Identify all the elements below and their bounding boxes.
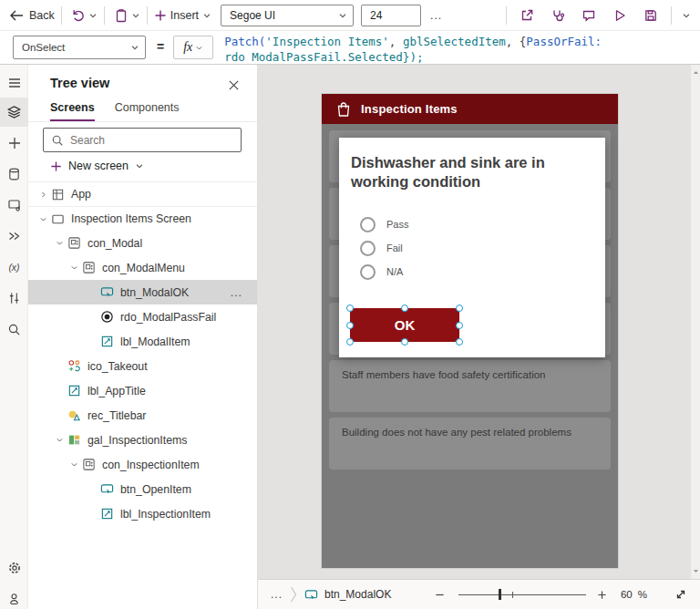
selection-handle[interactable]	[401, 338, 408, 346]
gallery-item[interactable]: Building does not have any pest related …	[329, 418, 611, 470]
comments-icon[interactable]	[579, 5, 599, 26]
tree-item-btn-modalok[interactable]: btn_ModalOK ...	[28, 280, 257, 304]
scroll-down-icon[interactable]	[693, 568, 699, 574]
back-button[interactable]: Back	[9, 9, 55, 22]
tree-item-lbl-modalitem[interactable]: lbl_ModalItem	[28, 329, 257, 354]
tree-item-con-modal[interactable]: con_Modal	[28, 231, 257, 255]
media-icon[interactable]	[0, 191, 28, 220]
radio-circle-icon[interactable]	[360, 264, 376, 280]
font-family-select[interactable]: Segoe UI	[221, 5, 354, 26]
selection-handle[interactable]	[456, 338, 463, 346]
font-size-input-box[interactable]	[361, 5, 421, 26]
tree-item-app[interactable]: App	[28, 181, 257, 206]
tree-item-gal-inspectionitems[interactable]: gal_InspectionItems	[28, 428, 257, 452]
virtual-agent-icon[interactable]	[0, 584, 28, 609]
selection-handle[interactable]	[346, 338, 354, 346]
selection-handle[interactable]	[346, 322, 354, 329]
tree-item-ico-takeout[interactable]: ico_Takeout	[28, 354, 257, 378]
share-icon[interactable]	[517, 5, 537, 26]
tab-components[interactable]: Components	[115, 101, 180, 121]
menu-icon[interactable]	[0, 68, 28, 98]
toolbar-overflow-button[interactable]: ...	[430, 9, 442, 22]
tab-screens[interactable]: Screens	[50, 101, 95, 121]
chevron-down-icon[interactable]	[52, 436, 67, 444]
app-preview-screen[interactable]: Inspection Items Dishwasher and sink are…	[322, 94, 618, 568]
property-chevron	[130, 43, 139, 52]
insert-rail-icon[interactable]	[0, 129, 28, 158]
undo-icon[interactable]	[68, 5, 88, 26]
zoom-out-button[interactable]	[435, 590, 448, 600]
radio-option-na[interactable]: N/A	[360, 263, 403, 281]
zoom-slider[interactable]	[458, 588, 586, 601]
tree-item-btn-openitem[interactable]: btn_OpenItem	[28, 477, 257, 501]
fx-dropdown[interactable]: fx	[173, 36, 213, 59]
radio-circle-icon[interactable]	[360, 241, 376, 256]
insert-menu-button[interactable]: Insert	[154, 9, 211, 22]
data-icon[interactable]	[0, 160, 28, 189]
selection-handle[interactable]	[346, 304, 354, 312]
canvas-scrollbar[interactable]	[690, 65, 700, 579]
selection-handle[interactable]	[401, 304, 408, 312]
selection-handle[interactable]	[456, 304, 463, 312]
settings-icon[interactable]	[0, 553, 28, 583]
zoom-in-button[interactable]	[597, 590, 610, 600]
tree-item-con-inspectionitem[interactable]: con_InspectionItem	[28, 452, 257, 477]
fullscreen-expand-icon[interactable]	[674, 588, 687, 601]
font-size-input[interactable]	[370, 9, 407, 22]
advanced-tools-icon[interactable]	[0, 284, 28, 313]
ok-button-selection[interactable]: OK	[350, 308, 459, 342]
new-screen-button[interactable]: New screen	[50, 160, 144, 172]
breadcrumb-overflow-button[interactable]: ...	[271, 588, 283, 601]
app-checker-icon[interactable]	[548, 5, 568, 26]
tree-item-more-button[interactable]: ...	[231, 286, 242, 299]
tree-view-title: Tree view	[50, 76, 109, 90]
chevron-down-icon[interactable]	[36, 215, 50, 223]
zoom-slider-notch	[512, 592, 514, 598]
radio-circle-icon[interactable]	[360, 217, 376, 232]
app-title-bar[interactable]: Inspection Items	[322, 94, 618, 124]
tree-search-box[interactable]	[43, 128, 242, 152]
modal-question-label: Dishwasher and sink are in working condi…	[351, 153, 593, 191]
tree-view-icon[interactable]	[0, 98, 28, 127]
paste-dropdown-chevron[interactable]	[131, 11, 140, 20]
formula-input[interactable]: Patch('Inspection Items', gblSelectedIte…	[224, 35, 700, 63]
tree-item-rec-titlebar[interactable]: rec_Titlebar	[28, 403, 257, 428]
chevron-down-icon[interactable]	[67, 460, 81, 469]
selection-handle[interactable]	[456, 322, 463, 329]
power-automate-icon[interactable]	[0, 222, 28, 251]
save-icon[interactable]	[641, 5, 661, 26]
radio-option-label: Fail	[386, 243, 403, 253]
status-bar: ... btn_ModalOK 60 %	[258, 579, 700, 609]
chevron-down-icon[interactable]	[52, 239, 67, 247]
fx-chevron	[195, 44, 203, 52]
search-rail-icon[interactable]	[0, 315, 28, 344]
tree-item-con-modalmenu[interactable]: con_ModalMenu	[28, 255, 257, 280]
tree-item-rdo-modalpassfail[interactable]: rdo_ModalPassFail	[28, 304, 257, 329]
ok-button[interactable]: OK	[350, 308, 459, 342]
tree-item-lbl-apptitle[interactable]: lbl_AppTitle	[28, 378, 257, 403]
paste-icon[interactable]	[111, 5, 131, 26]
insert-plus-icon	[154, 9, 167, 22]
save-dropdown-chevron[interactable]	[682, 11, 691, 20]
radio-option-pass[interactable]: Pass	[360, 215, 408, 233]
chevron-down-icon[interactable]	[67, 263, 81, 272]
chevron-right-icon[interactable]	[36, 191, 50, 199]
property-select[interactable]: OnSelect	[13, 36, 146, 59]
scroll-up-icon[interactable]	[693, 69, 699, 76]
selected-control-breadcrumb[interactable]: btn_ModalOK	[304, 588, 391, 602]
radio-option-fail[interactable]: Fail	[360, 239, 403, 257]
gallery-item[interactable]: Staff members have food safety certifica…	[329, 360, 611, 412]
new-screen-chevron	[135, 161, 144, 170]
preview-play-icon[interactable]	[610, 5, 630, 26]
formula-segment: 'Inspection Items'	[265, 35, 388, 48]
tree-item-inspection-items-screen[interactable]: Inspection Items Screen	[28, 206, 257, 231]
close-icon[interactable]	[224, 76, 242, 94]
tree-item-lbl-inspectionitem[interactable]: lbl_InspectionItem	[28, 501, 257, 526]
container-icon	[81, 261, 96, 275]
variables-icon[interactable]: (x)	[0, 253, 28, 282]
design-canvas[interactable]: Inspection Items Dishwasher and sink are…	[258, 65, 700, 579]
search-input[interactable]	[70, 134, 233, 147]
undo-dropdown-chevron[interactable]	[88, 11, 98, 20]
zoom-slider-track[interactable]	[458, 594, 586, 596]
zoom-slider-thumb[interactable]	[499, 589, 501, 600]
